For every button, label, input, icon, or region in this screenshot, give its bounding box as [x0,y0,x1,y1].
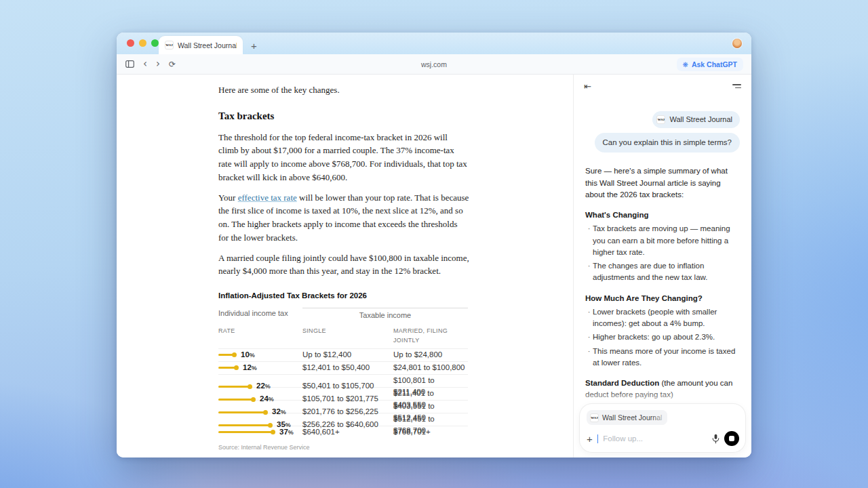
ask-chatgpt-button[interactable]: ❋ Ask ChatGPT [677,58,744,71]
cell-single: $12,401 to $50,400 [302,362,393,373]
tab-title: Wall Street Journal [178,41,237,49]
attach-plus-button[interactable]: + [587,434,593,444]
cell-single: $105,701 to $201,775 [302,393,393,405]
rate-bar-icon [218,384,252,389]
wsj-favicon-icon: WSJ [656,115,665,124]
new-tab-button[interactable]: + [251,41,257,51]
bullet-item: ·This means more of your income is taxed… [585,346,740,369]
bullet-item: ·The changes are due to inflation adjust… [585,260,740,284]
rate-bar-icon [218,422,273,428]
table-row: 10% Up to $12,400 Up to $24,800 [218,348,468,361]
follow-up-input[interactable] [603,434,707,443]
close-window-button[interactable] [127,39,134,47]
source-chip-label: Wall Street Journal [669,114,732,125]
bullet-item: ·Higher brackets: go up about 2.3%. [585,331,740,343]
cell-single: $201,776 to $256,225 [302,406,393,418]
chatgpt-sidebar: ⇤ WSJ Wall Street Journal Can you explai… [573,75,751,458]
traffic-lights [127,39,159,47]
menu-lines-icon[interactable] [732,84,741,88]
user-message-bubble: Can you explain this in simple terms? [595,133,740,152]
col-header-rate: RATE [218,327,302,345]
cell-married: $24,801 to $100,800 [393,362,468,373]
chatgpt-logo-icon: ❋ [683,61,688,68]
article-pane[interactable]: Here are some of the key changes. Tax br… [117,75,573,458]
address-bar[interactable]: wsj.com [117,60,751,68]
rate-bar-icon [218,365,239,371]
article-paragraph: A married couple filing jointly could ha… [218,251,469,279]
bullet-item: ·Tax brackets are moving up — meaning yo… [585,223,740,258]
article-heading-tax-brackets: Tax brackets [218,108,469,124]
chat-header: ⇤ [574,75,751,98]
rate-bar-icon [218,409,268,415]
section-title: What's Changing [585,209,740,221]
cell-married: $768,701+ [393,426,468,438]
context-chip[interactable]: WSJ Wall Street Journal [587,410,667,425]
article-intro: Here are some of the key changes. [218,83,469,97]
bullet-item: ·Lower brackets (people with smaller inc… [585,306,740,330]
table-row: 22% $50,401 to $105,700 $100,801 to $211… [218,374,468,387]
browser-window: WSJ Wall Street Journal + ‹ › ⟳ wsj.com … [117,33,751,458]
wsj-favicon-icon: WSJ [165,41,174,49]
table-title: Inflation-Adjusted Tax Brackets for 2026 [218,290,468,302]
assistant-intro: Sure — here's a simple summary of what t… [585,165,740,201]
chat-composer: WSJ Wall Street Journal + [580,404,745,453]
section-title: Standard Deduction (the amount you can d… [585,378,740,401]
stop-button[interactable] [724,431,739,446]
cell-single: $50,401 to $105,700 [302,380,393,392]
table-group-taxable: Taxable income [302,308,468,321]
wsj-favicon-icon: WSJ [590,413,599,422]
source-chip[interactable]: WSJ Wall Street Journal [652,111,740,128]
col-header-married: MARRIED, FILING JOINTLY [393,327,468,345]
text-cursor [597,434,599,443]
cell-single: $640,601+ [302,426,393,438]
rate-bar-icon [218,396,256,402]
minimize-window-button[interactable] [139,39,146,47]
browser-toolbar: ‹ › ⟳ wsj.com ❋ Ask ChatGPT [117,54,751,75]
cell-single: Up to $12,400 [302,349,393,361]
section-title: How Much Are They Changing? [585,293,740,304]
table-row: 12% $12,401 to $50,400 $24,801 to $100,8… [218,361,468,374]
tax-brackets-table: Inflation-Adjusted Tax Brackets for 2026… [218,290,468,452]
table-source: Source: Internal Revenue Service [218,443,468,453]
cell-married: Up to $24,800 [393,349,468,361]
article-paragraph: The threshold for the top federal income… [218,131,469,184]
profile-avatar[interactable] [732,39,742,48]
zoom-window-button[interactable] [151,39,159,47]
browser-tab[interactable]: WSJ Wall Street Journal [159,36,243,54]
article-paragraph: Your effective tax rate will be lower th… [218,191,469,245]
tab-strip: WSJ Wall Street Journal + [117,33,751,54]
rate-bar-icon [218,430,275,435]
ask-chatgpt-label: Ask ChatGPT [692,60,737,68]
collapse-sidebar-icon[interactable]: ⇤ [584,81,591,92]
col-header-single: SINGLE [302,327,393,345]
effective-tax-rate-link[interactable]: effective tax rate [238,192,297,203]
table-group-individual: Individual income tax [218,308,302,321]
rate-bar-icon [218,352,237,358]
microphone-icon[interactable] [712,434,719,444]
